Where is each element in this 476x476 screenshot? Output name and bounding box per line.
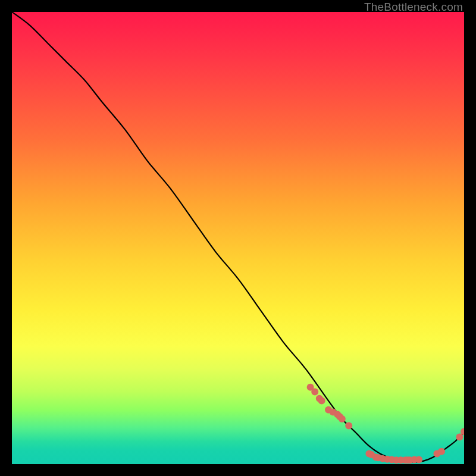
chart-stage: TheBottleneck.com [0,0,476,476]
plot-area [12,12,464,464]
chart-overlay-svg [12,12,464,464]
bottleneck-curve [12,12,464,462]
sample-point [415,456,422,463]
sample-point [318,397,325,405]
sample-point [345,422,352,429]
sample-point [339,415,346,422]
sample-points-group [307,384,464,464]
sample-point [311,388,318,395]
sample-point [438,448,445,455]
